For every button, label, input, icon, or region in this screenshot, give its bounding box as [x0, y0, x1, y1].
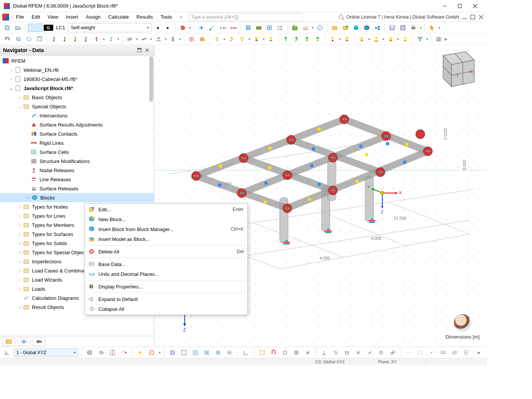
bb-guide4-icon[interactable] [438, 348, 448, 358]
tool-folder-icon[interactable] [330, 23, 340, 33]
t2-g1-icon[interactable] [281, 34, 291, 44]
tree-file[interactable]: ›Webinar_EN.rf6 [0, 65, 154, 74]
tool-cubes-icon[interactable] [372, 23, 382, 33]
t2-filter-icon[interactable] [415, 34, 425, 44]
tool-j-icon[interactable] [290, 23, 300, 33]
tool-saveas-icon[interactable] [398, 23, 408, 33]
t2-o3-drop[interactable]: ▾ [396, 37, 399, 41]
tree-folder-special[interactable]: ⌄Special Objects [0, 102, 154, 111]
tool-a-drop[interactable]: ▾ [188, 26, 192, 30]
user-avatar[interactable] [454, 314, 471, 331]
bb-tan-icon[interactable] [342, 348, 352, 358]
bb-cs-icon[interactable] [2, 348, 12, 358]
menu-calculate[interactable]: Calculate [104, 13, 133, 21]
tree-item[interactable]: Surface Contacts [0, 129, 154, 138]
tree-item[interactable]: Structure Modifications [0, 157, 154, 166]
tool-k-drop[interactable]: ▾ [311, 26, 314, 30]
bb-guide6-icon[interactable] [461, 348, 471, 358]
bb-int-icon[interactable] [353, 348, 363, 358]
bb-near-icon[interactable] [365, 348, 375, 358]
tool-refresh-icon[interactable] [351, 23, 361, 33]
bb-6-drop[interactable]: ▾ [158, 351, 161, 355]
tree-item[interactable]: Rigid Links [0, 138, 154, 147]
bb-3-icon[interactable] [108, 348, 117, 358]
t2-surface-drop[interactable]: ▾ [135, 37, 138, 41]
tool-open-icon[interactable] [13, 23, 23, 33]
bb-5-icon[interactable] [135, 348, 145, 358]
bb-snap3-icon[interactable] [280, 348, 290, 358]
bb-perp-icon[interactable] [319, 348, 329, 358]
bb-extra-icon[interactable] [388, 348, 397, 358]
tool-k-icon[interactable] [301, 23, 310, 33]
bb-2-icon[interactable] [96, 348, 106, 358]
tree-item[interactable]: Surface Releases [0, 184, 154, 193]
nav-tab-video[interactable] [33, 337, 46, 346]
prev-lc-button[interactable]: ◂ [152, 23, 162, 33]
menu-view[interactable]: View [44, 13, 62, 21]
tool-c-icon[interactable] [207, 23, 217, 33]
tree-item[interactable]: Nodal Releases [0, 166, 154, 175]
bb-c-icon[interactable] [190, 348, 200, 358]
tree-folder-basic[interactable]: ›Basic Objects [0, 93, 154, 102]
close-button[interactable] [467, 1, 483, 11]
menu-results[interactable]: Results [133, 13, 157, 21]
minimize-button[interactable] [437, 1, 452, 11]
tree-file-active[interactable]: ⌄JavaScript Block.rf6* [0, 84, 154, 93]
load-case-select[interactable]: Self-weight▾ [68, 23, 152, 32]
tool-new-icon[interactable] [2, 23, 12, 33]
t2-g4-icon[interactable] [313, 34, 323, 44]
bb-snap1-icon[interactable] [257, 348, 267, 358]
maximize-button[interactable] [452, 1, 467, 11]
t2-load1-drop[interactable]: ▾ [223, 37, 226, 41]
tool-cursor-icon[interactable] [427, 23, 437, 33]
tool-e-icon[interactable]: x.xx [228, 23, 238, 33]
tree-item[interactable]: Line Releases [0, 175, 154, 184]
tool-cursor-drop[interactable]: ▾ [438, 26, 441, 30]
tool-d-icon[interactable]: x.xx [218, 23, 228, 33]
t2-o2-icon[interactable] [371, 34, 381, 44]
t2-box2-icon[interactable] [24, 34, 33, 44]
t2-plane-icon[interactable] [139, 34, 149, 44]
t2-axis-nx-icon[interactable]: -X [92, 34, 101, 44]
t2-s2-icon[interactable] [342, 34, 352, 44]
ctx-expand-to-default[interactable]: Expand to Default [85, 294, 247, 304]
t2-o4-icon[interactable] [400, 34, 410, 44]
t2-o2-drop[interactable]: ▾ [382, 37, 385, 41]
tool-print-icon[interactable] [408, 23, 418, 33]
bb-snap4-icon[interactable] [291, 348, 301, 358]
tool-f-icon[interactable] [243, 23, 253, 33]
tree-item[interactable]: Intersections [0, 111, 154, 120]
t2-grid-icon[interactable] [434, 34, 443, 44]
menu-assign[interactable]: Assign [82, 13, 104, 21]
bb-1-icon[interactable] [85, 348, 95, 358]
t2-filter-drop[interactable]: ▾ [426, 37, 429, 41]
nav-tab-data[interactable] [2, 337, 15, 346]
tree-item[interactable]: Surface Cells [0, 147, 154, 157]
t2-box3-icon[interactable] [34, 34, 44, 44]
bb-snap5-icon[interactable] [303, 348, 313, 358]
tool-h-icon[interactable] [264, 23, 274, 33]
t2-microscope-drop[interactable]: ▾ [117, 37, 120, 41]
search-input[interactable]: Type a keyword (Alt+Q) [188, 13, 302, 21]
t2-s1-icon[interactable] [328, 34, 337, 44]
coord-system-select[interactable]: 1 - Global XYZ▾ [14, 348, 78, 357]
t2-load2-icon[interactable] [226, 34, 236, 44]
t2-load1-icon[interactable] [212, 34, 222, 44]
bb-ext-icon[interactable] [376, 348, 386, 358]
tool-cube-icon[interactable] [362, 23, 372, 33]
t2-dim-drop[interactable]: ▾ [164, 37, 167, 41]
t2-load3-icon[interactable] [237, 34, 247, 44]
ctx-new-block[interactable]: New Block... [85, 214, 247, 224]
nav-tab-display[interactable] [17, 337, 30, 346]
next-lc-button[interactable]: ▸ [163, 23, 173, 33]
bb-guide3-icon[interactable] [427, 348, 437, 358]
t2-axis-drop[interactable]: ▾ [102, 37, 105, 41]
t2-dim-icon[interactable]: 10 [154, 34, 163, 44]
t2-bars-icon[interactable] [197, 34, 207, 44]
doc-minimize-button[interactable] [461, 14, 467, 20]
bb-guide5-icon[interactable] [450, 348, 459, 358]
bb-b-icon[interactable] [179, 348, 189, 358]
menu-file[interactable]: File [12, 13, 28, 21]
menu-edit[interactable]: Edit [28, 13, 44, 21]
ctx-edit[interactable]: Edit...Enter [85, 204, 247, 214]
